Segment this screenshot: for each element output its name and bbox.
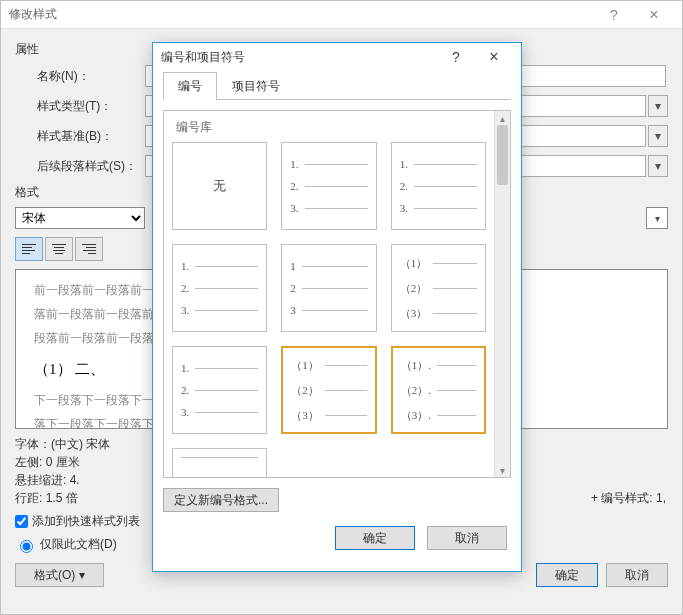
library-scroll: 编号库 无 1. 2. 3. 1. 2. 3. 1. 2.: [164, 111, 494, 477]
numbering-style-8[interactable]: （1）. （2）. （3）.: [391, 346, 486, 434]
align-right-button[interactable]: [75, 237, 103, 261]
following-drop-icon[interactable]: ▾: [648, 155, 668, 177]
numbering-style-4[interactable]: 1 2 3: [281, 244, 376, 332]
label-style-type: 样式类型(T)：: [15, 98, 145, 115]
child-help-button[interactable]: ?: [437, 49, 475, 65]
add-quick-style-checkbox[interactable]: [15, 515, 28, 528]
numbering-bullets-dialog: 编号和项目符号 ? × 编号 项目符号 编号库 无 1. 2. 3. 1. 2.: [152, 42, 522, 572]
style-base-drop-icon[interactable]: ▾: [648, 125, 668, 147]
child-titlebar: 编号和项目符号 ? ×: [153, 43, 521, 71]
only-this-doc-radio[interactable]: [20, 540, 33, 553]
format-menu-button[interactable]: 格式(O) ▾: [15, 563, 104, 587]
scroll-up-icon[interactable]: ▴: [495, 111, 510, 125]
numbering-style-1[interactable]: 1. 2. 3.: [281, 142, 376, 230]
child-close-button[interactable]: ×: [475, 48, 513, 66]
numbering-library: 编号库 无 1. 2. 3. 1. 2. 3. 1. 2.: [163, 110, 511, 478]
parent-cancel-button[interactable]: 取消: [606, 563, 668, 587]
numbering-style-partial[interactable]: [172, 448, 267, 477]
help-button[interactable]: ?: [594, 7, 634, 23]
chevron-down-icon: ▾: [79, 568, 85, 582]
add-quick-style-label: 添加到快速样式列表: [32, 513, 140, 530]
child-title: 编号和项目符号: [161, 49, 437, 66]
tabs: 编号 项目符号: [163, 71, 511, 100]
numbering-style-6[interactable]: 1. 2. 3.: [172, 346, 267, 434]
align-center-button[interactable]: [45, 237, 73, 261]
scroll-thumb[interactable]: [497, 125, 508, 185]
font-size-drop[interactable]: ▾: [646, 207, 668, 229]
font-family-select[interactable]: 宋体: [15, 207, 145, 229]
tab-bullets[interactable]: 项目符号: [217, 72, 295, 100]
only-this-doc-label: 仅限此文档(D): [40, 536, 117, 553]
child-cancel-button[interactable]: 取消: [427, 526, 507, 550]
tab-numbering[interactable]: 编号: [163, 72, 217, 100]
define-new-row: 定义新编号格式...: [163, 488, 511, 512]
close-button[interactable]: ×: [634, 6, 674, 24]
child-ok-button[interactable]: 确定: [335, 526, 415, 550]
style-type-drop-icon[interactable]: ▾: [648, 95, 668, 117]
parent-ok-button[interactable]: 确定: [536, 563, 598, 587]
parent-titlebar: 修改样式 ? ×: [1, 1, 682, 29]
child-buttons: 确定 取消: [153, 518, 521, 562]
numbering-style-2[interactable]: 1. 2. 3.: [391, 142, 486, 230]
parent-title: 修改样式: [9, 6, 594, 23]
desc-right: + 编号样式: 1,: [591, 490, 666, 507]
numbering-grid: 无 1. 2. 3. 1. 2. 3. 1. 2. 3.: [172, 142, 486, 477]
numbering-none[interactable]: 无: [172, 142, 267, 230]
numbering-style-5[interactable]: （1） （2） （3）: [391, 244, 486, 332]
library-scrollbar[interactable]: ▴ ▾: [494, 111, 510, 477]
numbering-style-7[interactable]: （1） （2） （3）: [281, 346, 376, 434]
label-following: 后续段落样式(S)：: [15, 158, 145, 175]
define-new-number-format-button[interactable]: 定义新编号格式...: [163, 488, 279, 512]
numbering-style-3[interactable]: 1. 2. 3.: [172, 244, 267, 332]
library-label: 编号库: [176, 119, 486, 136]
align-left-button[interactable]: [15, 237, 43, 261]
label-name: 名称(N)：: [15, 68, 145, 85]
scroll-down-icon[interactable]: ▾: [495, 463, 510, 477]
label-style-base: 样式基准(B)：: [15, 128, 145, 145]
